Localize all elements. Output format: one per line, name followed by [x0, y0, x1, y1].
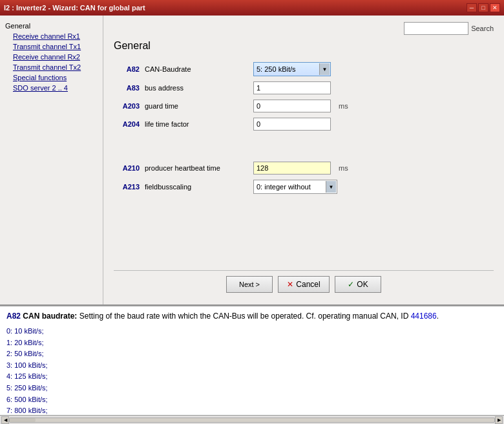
a203-input[interactable] [253, 100, 331, 112]
desc-end: . [437, 312, 439, 321]
sidebar-item-transmit-tx1[interactable]: Transmit channel Tx1 [0, 41, 103, 52]
sidebar-item-special-functions[interactable]: Special functions [0, 72, 103, 83]
a83-input[interactable] [253, 81, 331, 94]
maximize-button[interactable]: □ [478, 3, 488, 12]
cancel-button[interactable]: ✕ Cancel [278, 276, 330, 293]
page-title: General [114, 40, 494, 52]
param-label-a83: bus address [145, 84, 248, 92]
a203-unit: ms [339, 102, 348, 110]
param-id-a210: A210 [114, 164, 140, 172]
cancel-x-icon: ✕ [287, 280, 293, 289]
sidebar-item-receive-rx1[interactable]: Receive channel Rx1 [0, 31, 103, 41]
desc-param-id: A82 [6, 312, 21, 321]
close-button[interactable]: ✕ [490, 3, 500, 12]
form-section: A82 CAN-Baudrate 0: 10 kBit/s 1: 20 kBit… [114, 62, 494, 268]
param-label-a82: CAN-Baudrate [145, 65, 248, 73]
param-label-a210: producer heartbeat time [145, 164, 248, 172]
param-label-a203: guard time [145, 102, 248, 110]
title-bar: I2 : Inverter2 - Wizard: CAN for global … [0, 0, 504, 16]
upper-area: General Receive channel Rx1 Transmit cha… [0, 16, 504, 305]
next-button[interactable]: Next > [226, 276, 273, 293]
list-item: 2: 50 kBit/s; [6, 348, 498, 360]
field-row-a82: A82 CAN-Baudrate 0: 10 kBit/s 1: 20 kBit… [114, 62, 494, 76]
ok-check-icon: ✓ [348, 280, 354, 289]
list-item: 7: 800 kBit/s; [6, 405, 498, 415]
desc-param-name: CAN baudrate: Setting of the baud rate w… [23, 312, 410, 321]
list-item: 3: 100 kBit/s; [6, 360, 498, 372]
search-bar: Search [114, 22, 494, 35]
search-label: Search [471, 25, 494, 32]
field-row-a210: A210 producer heartbeat time ms [114, 162, 494, 175]
param-id-a204: A204 [114, 120, 140, 128]
desc-link: 441686 [411, 312, 437, 321]
scroll-right-button[interactable]: ▶ [495, 416, 503, 424]
minimize-button[interactable]: ─ [467, 3, 477, 12]
window-title: I2 : Inverter2 - Wizard: CAN for global … [4, 4, 145, 12]
field-row-a83: A83 bus address [114, 81, 494, 94]
description-area: A82 CAN baudrate: Setting of the baud ra… [0, 305, 504, 415]
ok-label: OK [357, 280, 368, 289]
scroll-left-button[interactable]: ◀ [1, 416, 9, 424]
window-controls: ─ □ ✕ [467, 3, 500, 12]
param-id-a83: A83 [114, 84, 140, 92]
param-id-a213: A213 [114, 183, 140, 191]
a204-input[interactable] [253, 118, 331, 131]
list-item: 6: 500 kBit/s; [6, 394, 498, 406]
list-item: 0: 10 kBit/s; [6, 326, 498, 337]
ok-button[interactable]: ✓ OK [335, 276, 381, 293]
description-main: A82 CAN baudrate: Setting of the baud ra… [6, 310, 498, 322]
field-row-a203: A203 guard time ms [114, 100, 494, 112]
scrollbar-thumb[interactable] [10, 418, 36, 422]
a213-select[interactable]: 0: integer without 1: option 1 2: option… [253, 180, 337, 194]
sidebar-item-general[interactable]: General [0, 21, 103, 31]
button-row: Next > ✕ Cancel ✓ OK [114, 270, 494, 298]
a213-select-wrapper: 0: integer without 1: option 1 2: option… [253, 180, 337, 194]
a210-unit: ms [339, 164, 348, 172]
content-area: Search General A82 CAN-Baudrate 0: 10 kB… [103, 16, 504, 304]
param-label-a213: fieldbusscaling [145, 183, 248, 191]
a210-input[interactable] [253, 162, 331, 175]
scrollbar-track[interactable] [9, 418, 495, 423]
main-container: General Receive channel Rx1 Transmit cha… [0, 16, 504, 424]
list-item: 5: 250 kBit/s; [6, 383, 498, 394]
cancel-label: Cancel [296, 280, 320, 289]
sidebar-item-transmit-tx2[interactable]: Transmit channel Tx2 [0, 62, 103, 72]
a82-select[interactable]: 0: 10 kBit/s 1: 20 kBit/s 2: 50 kBit/s 3… [253, 62, 331, 76]
sidebar: General Receive channel Rx1 Transmit cha… [0, 16, 103, 304]
sidebar-item-sdo-server[interactable]: SDO server 2 .. 4 [0, 83, 103, 93]
list-item: 4: 125 kBit/s; [6, 371, 498, 383]
a82-select-wrapper: 0: 10 kBit/s 1: 20 kBit/s 2: 50 kBit/s 3… [253, 62, 331, 76]
param-id-a203: A203 [114, 102, 140, 110]
param-label-a204: life time factor [145, 120, 248, 128]
scrollbar-area: ◀ ▶ [0, 415, 504, 424]
param-id-a82: A82 [114, 65, 140, 73]
search-input[interactable] [404, 22, 468, 35]
list-item: 1: 20 kBit/s; [6, 337, 498, 349]
sidebar-item-receive-rx2[interactable]: Receive channel Rx2 [0, 52, 103, 62]
field-row-a204: A204 life time factor [114, 118, 494, 131]
description-list: 0: 10 kBit/s; 1: 20 kBit/s; 2: 50 kBit/s… [6, 326, 498, 415]
field-row-a213: A213 fieldbusscaling 0: integer without … [114, 180, 494, 194]
